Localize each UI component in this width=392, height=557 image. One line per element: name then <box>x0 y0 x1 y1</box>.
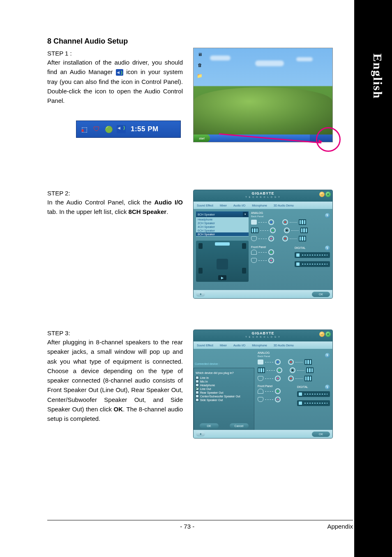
step2-text: In the Audio Control Panel, click the Au… <box>47 197 183 217</box>
eq-3a <box>304 359 312 365</box>
opt-mic-in-label: Mic In <box>200 380 208 383</box>
opt-headphone[interactable]: Headphone <box>196 383 252 387</box>
speaker-dropdown[interactable]: 8CH Speaker ▾ <box>196 211 249 217</box>
opt-center[interactable]: Center/Subwoofer Speaker Out <box>196 395 252 398</box>
panel-brand-sub: T E C H N O L O G Y <box>245 196 280 198</box>
headphone-icon-3 <box>258 389 263 394</box>
jack-green-3[interactable] <box>277 367 282 373</box>
front-jack-pink[interactable] <box>268 258 274 263</box>
front-jack-green[interactable] <box>268 249 274 255</box>
popup-ok-button[interactable]: OK <box>200 423 219 428</box>
tab3-mixer[interactable]: Mixer <box>218 343 228 348</box>
my-computer-icon[interactable]: 🖥 <box>196 51 203 58</box>
analog-label-3: ANALOG <box>258 351 270 354</box>
opt-side[interactable]: Side Speaker Out <box>196 398 252 402</box>
panel-header: GIGABYTE T E C H N O L O G Y – ✕ <box>194 190 332 202</box>
room-illustration: ▶ <box>196 241 249 282</box>
eq-3c <box>306 367 314 373</box>
front-jack-green-3[interactable] <box>275 388 281 394</box>
spdif-out-icon <box>295 252 330 258</box>
tab-sound-effect[interactable]: Sound Effect <box>195 203 215 208</box>
tab3-3d-audio[interactable]: 3D Audio Demo <box>272 343 295 348</box>
arrow-tip <box>318 139 323 144</box>
dropdown-value: 8CH Speaker <box>198 213 215 216</box>
tab-audio-io[interactable]: Audio I/O <box>232 203 247 208</box>
play-icon[interactable]: ▶ <box>218 275 226 280</box>
minimize-icon-3[interactable]: – <box>319 332 325 337</box>
jack-black-3[interactable] <box>290 367 295 373</box>
opt-side-label: Side Speaker Out <box>200 399 223 402</box>
start-button[interactable]: start <box>194 135 210 142</box>
desktop-screenshot: 🖥 🗑 📁 start <box>193 48 333 142</box>
opt-line-out[interactable]: Line Out <box>196 387 252 390</box>
page-title: 8 Channel Audio Setup <box>47 37 335 46</box>
opt-line-in[interactable]: Line In <box>196 376 252 379</box>
info-icon-3b[interactable]: i <box>325 385 330 390</box>
panel3-brand: GIGABYTE <box>251 331 274 335</box>
popup-cancel-button[interactable]: Cancel <box>230 423 249 428</box>
tray-time: 1:55 PM <box>131 125 159 133</box>
opt-rear-label: Rear Speaker Out <box>200 391 223 394</box>
panel3-tabs: Sound Effect Mixer Audio I/O Microphone … <box>194 341 332 349</box>
opt-mic-in[interactable]: Mic In <box>196 380 252 383</box>
info-icon-3[interactable]: i <box>325 353 330 358</box>
audio-tray-icon[interactable] <box>117 125 126 134</box>
opt-rear[interactable]: Rear Speaker Out <box>196 391 252 394</box>
dd-8ch[interactable]: 8CH Speaker <box>196 232 249 236</box>
step2-label: STEP 2: <box>47 190 183 197</box>
jack-black[interactable] <box>284 227 290 233</box>
tab-mixer[interactable]: Mixer <box>218 203 228 208</box>
system-tray: ⬚✖ 🛡 🟢 1:55 PM <box>76 121 181 138</box>
removable-icon: 🟢 <box>104 125 113 134</box>
jack-orange[interactable] <box>282 236 288 241</box>
jack-green[interactable] <box>270 227 276 233</box>
spdif-out-icon-3 <box>297 391 330 397</box>
spdif-in-icon-3 <box>297 400 330 406</box>
panel3-brand-sub: T E C H N O L O G Y <box>245 336 280 338</box>
close-icon-3[interactable]: ✕ <box>325 332 331 337</box>
monitor-icon <box>251 220 257 225</box>
audio-panel-step2: GIGABYTE T E C H N O L O G Y – ✕ Sound E… <box>193 190 333 299</box>
front-mic-icon-3 <box>258 397 263 402</box>
info-icon[interactable]: i <box>325 213 330 218</box>
tab3-audio-io[interactable]: Audio I/O <box>232 343 247 348</box>
panel-ok-button[interactable]: OK <box>312 292 330 297</box>
tab3-microphone[interactable]: Microphone <box>250 343 269 348</box>
jack-pink[interactable] <box>268 236 274 241</box>
front-jack-pink-3[interactable] <box>275 397 281 402</box>
connected-device-popup: Connected device : Which device did you … <box>194 368 254 431</box>
minimize-icon[interactable]: – <box>319 192 325 197</box>
shortcut-icon[interactable]: 📁 <box>196 72 203 79</box>
tab-microphone[interactable]: Microphone <box>250 203 269 208</box>
dd-6ch[interactable]: 6CH Speaker <box>196 229 249 232</box>
jack-blue[interactable] <box>268 219 274 225</box>
digital-label-3: DIGITAL <box>297 385 308 388</box>
jack-red[interactable] <box>282 219 288 225</box>
panel3-ok-button[interactable]: OK <box>312 432 330 437</box>
panel3-tool-icon[interactable]: ✦ <box>196 432 205 436</box>
dd-4ch[interactable]: 4CH Speaker <box>196 225 249 229</box>
eq-icon-2 <box>251 227 258 233</box>
network-icon: ⬚✖ <box>80 125 89 134</box>
step3-label: STEP 3: <box>47 330 183 337</box>
close-icon[interactable]: ✕ <box>325 192 331 197</box>
jack-pink-3[interactable] <box>275 376 281 381</box>
opt-headphone-label: Headphone <box>200 384 215 387</box>
dd-headphone[interactable]: Headphone <box>196 218 249 221</box>
spdif-in-icon <box>295 261 330 267</box>
step2-b1: Audio I/O <box>154 199 183 206</box>
panel-tool-icon[interactable]: ✦ <box>196 292 205 297</box>
jack-blue-3[interactable] <box>275 359 281 365</box>
step2-t2: tab. In the upper left list, click <box>47 208 129 215</box>
tab3-sound-effect[interactable]: Sound Effect <box>195 343 215 348</box>
panel-brand: GIGABYTE <box>251 191 274 195</box>
chevron-down-icon[interactable]: ▾ <box>243 212 248 217</box>
step3-text: After plugging in 8-channel speakers to … <box>47 337 183 423</box>
jack-red-3[interactable] <box>288 359 294 365</box>
info-icon-2[interactable]: i <box>325 246 330 251</box>
jack-orange-3[interactable] <box>288 376 294 381</box>
recycle-bin-icon[interactable]: 🗑 <box>196 61 203 69</box>
tab-3d-audio[interactable]: 3D Audio Demo <box>272 203 295 208</box>
mic-icon <box>251 236 257 241</box>
dd-2ch[interactable]: 2CH Speaker <box>196 221 249 225</box>
